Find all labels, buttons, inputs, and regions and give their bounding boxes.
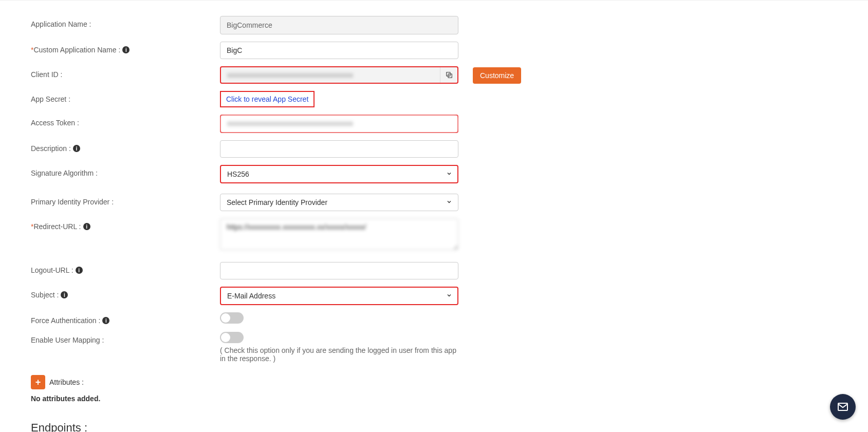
label-text: Logout-URL :	[31, 266, 73, 274]
label-signature-algorithm: Signature Algorithm :	[31, 165, 220, 177]
row-client-id: Client ID : xxxxxxxxxxxxxxxxxxxxxxxxxxxx…	[31, 66, 837, 84]
label-text: Primary Identity Provider :	[31, 198, 114, 206]
label-text: Access Token :	[31, 119, 79, 127]
add-attribute-button[interactable]: +	[31, 375, 45, 389]
label-text: Client ID :	[31, 70, 62, 79]
row-description: Description : i	[31, 140, 837, 158]
row-signature-algorithm: Signature Algorithm : HS256	[31, 165, 837, 183]
row-force-auth: Force Authentication : i	[31, 312, 837, 325]
info-icon[interactable]: i	[83, 223, 90, 230]
row-attributes: + Attributes :	[31, 375, 837, 389]
attributes-label: Attributes :	[49, 378, 84, 386]
enable-user-mapping-toggle[interactable]	[220, 332, 244, 343]
label-access-token: Access Token :	[31, 115, 220, 127]
description-input[interactable]	[220, 140, 458, 158]
label-client-id: Client ID :	[31, 66, 220, 79]
label-text: Custom Application Name :	[33, 46, 120, 54]
row-enable-user-mapping: Enable User Mapping : ( Check this optio…	[31, 332, 837, 363]
application-name-text: BigCommerce	[227, 21, 272, 29]
label-text: Description :	[31, 144, 71, 153]
label-text: Signature Algorithm :	[31, 169, 98, 177]
row-access-token: Access Token : xxxxxxxxxxxxxxxxxxxxxxxxx…	[31, 115, 837, 133]
customize-button[interactable]: Customize	[473, 67, 521, 84]
subject-select[interactable]: E-Mail Address	[220, 287, 458, 305]
subject-select-wrap: E-Mail Address	[220, 287, 458, 305]
copy-client-id-button[interactable]	[440, 67, 457, 83]
client-id-value: xxxxxxxxxxxxxxxxxxxxxxxxxxxxxxxxxxx	[221, 67, 440, 83]
client-id-field: xxxxxxxxxxxxxxxxxxxxxxxxxxxxxxxxxxx	[220, 66, 458, 84]
info-icon[interactable]: i	[73, 145, 80, 152]
label-text: Enable User Mapping :	[31, 336, 104, 344]
row-app-secret: App Secret : Click to reveal App Secret	[31, 91, 837, 107]
row-custom-app-name: * Custom Application Name : i	[31, 42, 837, 59]
enable-user-mapping-hint: ( Check this option only if you are send…	[220, 346, 458, 363]
chat-fab-button[interactable]	[830, 394, 856, 420]
row-logout-url: Logout-URL : i	[31, 262, 837, 279]
logout-url-input[interactable]	[220, 262, 458, 279]
label-redirect-url: * Redirect-URL : i	[31, 218, 220, 231]
access-token-field: xxxxxxxxxxxxxxxxxxxxxxxxxxxxxxxxxxx	[220, 115, 458, 133]
application-config-form: Application Name : BigCommerce * Custom …	[0, 0, 868, 432]
label-subject: Subject : i	[31, 287, 220, 299]
toggle-knob	[221, 313, 230, 323]
label-text: Application Name :	[31, 20, 91, 28]
primary-idp-select[interactable]: Select Primary Identity Provider	[220, 194, 458, 211]
row-subject: Subject : i E-Mail Address	[31, 287, 837, 305]
signature-algorithm-select-wrap: HS256	[220, 165, 458, 183]
label-app-secret: App Secret :	[31, 91, 220, 103]
label-text: Force Authentication :	[31, 316, 100, 325]
label-enable-user-mapping: Enable User Mapping :	[31, 332, 220, 344]
label-text: Subject :	[31, 291, 59, 299]
row-application-name: Application Name : BigCommerce	[31, 16, 837, 34]
label-primary-idp: Primary Identity Provider :	[31, 194, 220, 206]
copy-icon	[445, 71, 453, 79]
primary-idp-select-wrap: Select Primary Identity Provider	[220, 194, 458, 211]
force-auth-toggle[interactable]	[220, 312, 244, 324]
row-primary-idp: Primary Identity Provider : Select Prima…	[31, 194, 837, 211]
label-text: Redirect-URL :	[33, 222, 81, 231]
info-icon[interactable]: i	[122, 46, 130, 53]
info-icon[interactable]: i	[76, 267, 83, 274]
label-force-auth: Force Authentication : i	[31, 312, 220, 325]
toggle-knob	[221, 333, 230, 342]
no-attributes-text: No attributes added.	[31, 395, 837, 403]
access-token-value: xxxxxxxxxxxxxxxxxxxxxxxxxxxxxxxxxxx	[221, 116, 457, 132]
label-custom-app-name: * Custom Application Name : i	[31, 42, 220, 54]
endpoints-heading: Endpoints :	[31, 421, 837, 432]
redirect-url-textarea[interactable]: https://xxxxxxxxx.xxxxxxxxx.xx/xxxxx/xxx…	[220, 218, 458, 250]
label-description: Description : i	[31, 140, 220, 153]
reveal-app-secret-link[interactable]: Click to reveal App Secret	[220, 91, 315, 107]
mail-icon	[837, 401, 849, 413]
signature-algorithm-select[interactable]: HS256	[220, 165, 458, 183]
row-redirect-url: * Redirect-URL : i https://xxxxxxxxx.xxx…	[31, 218, 837, 252]
label-text: App Secret :	[31, 95, 70, 103]
label-logout-url: Logout-URL : i	[31, 262, 220, 274]
label-application-name: Application Name :	[31, 16, 220, 28]
info-icon[interactable]: i	[102, 317, 109, 324]
application-name-value: BigCommerce	[220, 16, 458, 34]
info-icon[interactable]: i	[61, 291, 68, 298]
custom-app-name-input[interactable]	[220, 42, 458, 59]
